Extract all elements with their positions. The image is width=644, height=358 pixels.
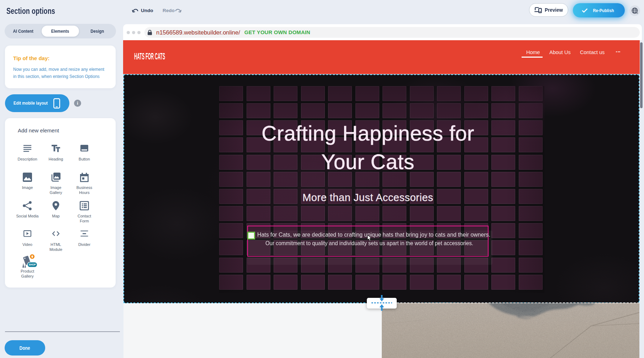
- svg-text:SHOP: SHOP: [29, 263, 36, 266]
